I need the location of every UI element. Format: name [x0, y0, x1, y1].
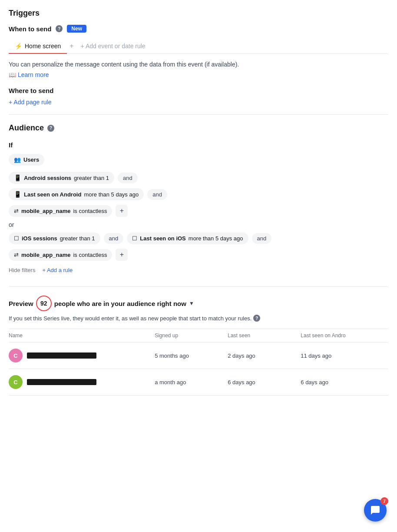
mobile-app-name-pill-2[interactable]: ⇄ mobile_app_name is contactless [9, 249, 112, 261]
tab-home-screen[interactable]: ⚡ Home screen [9, 39, 67, 54]
last-seen-android-pill[interactable]: 📱 Last seen on Android more than 5 days … [9, 188, 144, 200]
row-2-avatar: C [9, 375, 23, 389]
when-to-send-help-icon[interactable]: ? [56, 25, 63, 32]
last-seen-android-condition: more than 5 days ago [84, 191, 139, 198]
row-1-name-cell: C [9, 349, 155, 362]
and-connector-3: and [104, 233, 124, 244]
table-header: Name Signed up Last seen Last seen on An… [9, 329, 388, 342]
last-seen-ios-pill[interactable]: ☐ Last seen on iOS more than 5 days ago [127, 233, 248, 244]
and-connector-4: and [252, 233, 272, 244]
new-badge: New [67, 25, 86, 33]
table-row: C a month ago 6 days ago 6 days ago [9, 369, 388, 396]
last-seen-ios-condition: more than 5 days ago [189, 235, 243, 242]
add-rule-link[interactable]: + Add a rule [42, 267, 73, 273]
mobile-app-name-label-1: mobile_app_name [21, 208, 70, 214]
row-1-last-seen: 2 days ago [228, 352, 301, 359]
personalize-text: You can personalize the message content … [9, 61, 388, 68]
page-title: Triggers [9, 9, 388, 18]
audience-help-icon[interactable]: ? [47, 125, 54, 132]
android-icon-2: 📱 [14, 191, 21, 198]
add-filter-button-2[interactable]: + [116, 249, 128, 261]
row-2-last-seen-android: 6 days ago [301, 379, 388, 386]
transfer-icon-1: ⇄ [14, 208, 19, 214]
mobile-app-name-label-2: mobile_app_name [21, 252, 70, 258]
or-label: or [9, 221, 388, 228]
book-icon: 📖 [9, 71, 16, 78]
where-to-send-label: Where to send [9, 87, 388, 94]
android-sessions-condition: greater than 1 [74, 175, 109, 181]
row-2-name-cell: C [9, 375, 155, 389]
mobile-app-name-pill-1[interactable]: ⇄ mobile_app_name is contactless [9, 205, 112, 217]
android-icon-1: 📱 [14, 174, 21, 181]
row-1-avatar: C [9, 349, 23, 362]
android-sessions-pill[interactable]: 📱 Android sessions greater than 1 [9, 172, 114, 184]
chat-widget[interactable]: 7 [364, 499, 387, 522]
ios-icon-2: ☐ [132, 235, 137, 242]
users-icon: 👥 [14, 156, 21, 163]
col-last-seen: Last seen [228, 332, 301, 339]
tabs-row: ⚡ Home screen + + Add event or date rule [9, 39, 388, 54]
ios-sessions-pill[interactable]: ☐ iOS sessions greater than 1 [9, 233, 100, 244]
users-label: Users [23, 156, 39, 163]
add-page-rule-link[interactable]: + Add page rule [9, 99, 388, 106]
row-1-last-seen-android: 11 days ago [301, 352, 388, 359]
col-name: Name [9, 332, 155, 339]
mobile-app-name-condition-2: is contactless [73, 252, 107, 258]
chat-icon [370, 505, 380, 515]
ios-sessions-label: iOS sessions [22, 235, 57, 242]
section-divider [9, 114, 388, 115]
add-event-link[interactable]: + Add event or date rule [81, 43, 146, 50]
audience-table: Name Signed up Last seen Last seen on An… [9, 329, 388, 396]
hide-filters-button[interactable]: Hide filters [9, 267, 35, 273]
row-1-name-redacted [27, 352, 96, 359]
row-1-signed-up: 5 months ago [155, 352, 228, 359]
mobile-app-name-condition-1: is contactless [73, 208, 107, 214]
last-seen-ios-label: Last seen on iOS [140, 235, 185, 242]
bolt-icon: ⚡ [15, 43, 22, 50]
and-connector-1: and [118, 173, 138, 183]
chat-badge-count: 7 [380, 497, 388, 505]
learn-more-label: Learn more [18, 71, 49, 78]
col-signed-up: Signed up [155, 332, 228, 339]
transfer-icon-2: ⇄ [14, 252, 19, 258]
if-label: If [9, 141, 388, 149]
row-2-name-redacted [27, 379, 96, 385]
and-connector-2: and [147, 189, 167, 200]
preview-dropdown-icon[interactable]: ▼ [189, 300, 194, 306]
users-pill[interactable]: 👥 Users [9, 154, 44, 166]
table-row: C 5 months ago 2 days ago 11 days ago [9, 342, 388, 369]
ios-icon-1: ☐ [14, 235, 19, 242]
android-sessions-label: Android sessions [24, 175, 71, 181]
preview-suffix: people who are in your audience right no… [54, 300, 186, 307]
preview-count: 92 [36, 296, 52, 311]
learn-more-link[interactable]: 📖 Learn more [9, 71, 388, 78]
preview-divider [9, 286, 388, 287]
preview-subtext: If you set this Series live, they would … [9, 315, 251, 322]
row-2-signed-up: a month ago [155, 379, 228, 386]
last-seen-android-label: Last seen on Android [24, 191, 81, 198]
col-last-seen-android: Last seen on Andro [301, 332, 388, 339]
when-to-send-label: When to send [9, 25, 51, 33]
row-2-last-seen: 6 days ago [228, 379, 301, 386]
add-filter-button-1[interactable]: + [116, 205, 128, 217]
preview-help-icon[interactable]: ? [253, 315, 260, 322]
preview-label: Preview [9, 300, 33, 307]
audience-title: Audience [9, 123, 44, 133]
ios-sessions-condition: greater than 1 [60, 235, 95, 242]
add-tab-button[interactable]: + [67, 39, 76, 53]
tab-home-screen-label: Home screen [25, 43, 61, 50]
